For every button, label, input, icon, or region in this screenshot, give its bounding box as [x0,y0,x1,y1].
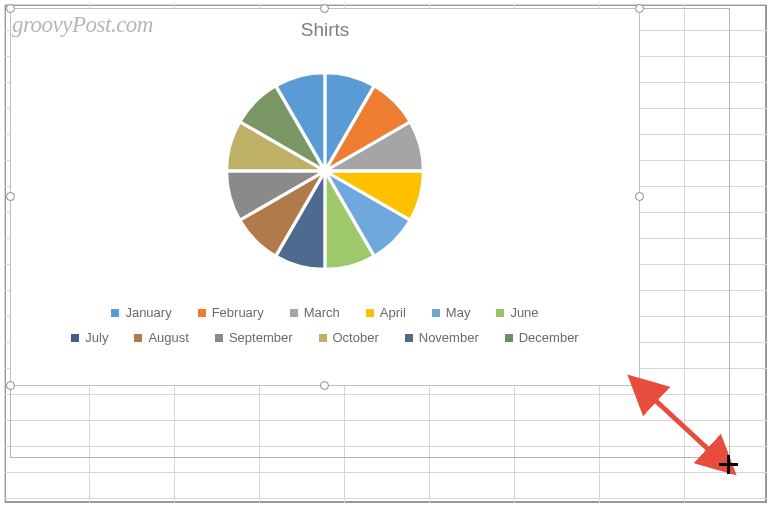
legend-item[interactable]: February [198,305,264,320]
legend-item[interactable]: July [71,330,108,345]
legend-swatch-icon [405,334,413,342]
legend-item[interactable]: November [405,330,479,345]
legend-swatch-icon [134,334,142,342]
legend-swatch-icon [505,334,513,342]
legend-row: JanuaryFebruaryMarchAprilMayJune [45,305,605,320]
legend-swatch-icon [319,334,327,342]
legend-item[interactable]: January [111,305,171,320]
resize-handle-se[interactable] [635,381,644,390]
resize-handle-n[interactable] [320,4,329,13]
legend-item[interactable]: October [319,330,379,345]
legend-label: July [85,330,108,345]
legend-item[interactable]: December [505,330,579,345]
legend-label: September [229,330,293,345]
legend-swatch-icon [198,309,206,317]
resize-handle-ne[interactable] [635,4,644,13]
legend-item[interactable]: August [134,330,188,345]
legend-item[interactable]: June [496,305,538,320]
legend-item[interactable]: April [366,305,406,320]
legend-row: JulyAugustSeptemberOctoberNovemberDecemb… [45,330,605,345]
resize-handle-sw[interactable] [6,381,15,390]
chart-title[interactable]: Shirts [11,9,639,41]
chart-container[interactable]: Shirts JanuaryFebruaryMarchAprilMayJuneJ… [10,8,640,386]
pie-chart[interactable] [211,57,439,285]
legend-item[interactable]: March [290,305,340,320]
legend-label: January [125,305,171,320]
legend-label: August [148,330,188,345]
legend-label: April [380,305,406,320]
legend-label: October [333,330,379,345]
legend-swatch-icon [290,309,298,317]
legend-swatch-icon [71,334,79,342]
chart-legend[interactable]: JanuaryFebruaryMarchAprilMayJuneJulyAugu… [11,301,639,359]
legend-label: June [510,305,538,320]
legend-swatch-icon [111,309,119,317]
legend-label: November [419,330,479,345]
legend-swatch-icon [366,309,374,317]
resize-handle-nw[interactable] [6,4,15,13]
pie-plot-area[interactable] [11,41,639,301]
legend-swatch-icon [496,309,504,317]
legend-swatch-icon [432,309,440,317]
resize-handle-w[interactable] [6,192,15,201]
legend-swatch-icon [215,334,223,342]
resize-handle-e[interactable] [635,192,644,201]
legend-label: March [304,305,340,320]
legend-item[interactable]: May [432,305,471,320]
legend-item[interactable]: September [215,330,293,345]
resize-handle-s[interactable] [320,381,329,390]
legend-label: May [446,305,471,320]
legend-label: February [212,305,264,320]
legend-label: December [519,330,579,345]
